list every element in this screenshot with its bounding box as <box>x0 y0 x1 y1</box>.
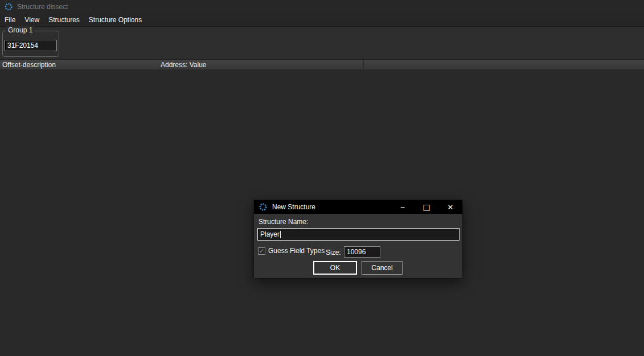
structure-dissect-window: Structure dissect File View Structures S… <box>0 0 644 356</box>
menu-structure-options[interactable]: Structure Options <box>84 14 146 26</box>
menu-file[interactable]: File <box>0 14 20 26</box>
column-offset-description[interactable]: Offset-description <box>0 60 158 69</box>
text-caret <box>280 231 281 238</box>
cancel-button-label: Cancel <box>371 264 392 272</box>
size-label: Size: <box>326 249 341 256</box>
structure-name-input[interactable]: Player <box>257 228 460 241</box>
dialog-body: Structure Name: Player ✓ Guess Field Typ… <box>254 214 462 278</box>
group-box: Group 1 <box>2 31 59 57</box>
menu-view[interactable]: View <box>20 14 44 26</box>
window-titlebar[interactable]: Structure dissect <box>0 0 644 14</box>
close-button[interactable]: ✕ <box>438 200 462 214</box>
group-address-input[interactable] <box>5 40 57 51</box>
guess-field-types-label: Guess Field Types <box>268 247 325 255</box>
structure-name-label: Structure Name: <box>259 218 308 226</box>
new-structure-dialog: New Structure ─ □ ✕ Structure Name: Play… <box>254 200 462 278</box>
minimize-button[interactable]: ─ <box>391 200 415 214</box>
maximize-icon: □ <box>423 203 430 211</box>
ok-button-label: OK <box>330 264 340 272</box>
menu-structures[interactable]: Structures <box>44 14 84 26</box>
column-address-value[interactable]: Address: Value <box>158 60 364 69</box>
structure-name-value: Player <box>260 230 280 238</box>
cancel-button[interactable]: Cancel <box>362 261 403 275</box>
menubar: File View Structures Structure Options <box>0 14 644 27</box>
size-input[interactable] <box>344 246 380 258</box>
checkbox-check-icon: ✓ <box>258 247 265 255</box>
guess-field-types-checkbox[interactable]: ✓ Guess Field Types <box>258 247 325 255</box>
ok-button[interactable]: OK <box>313 261 357 275</box>
cheat-engine-icon <box>4 2 13 11</box>
window-title: Structure dissect <box>17 3 68 11</box>
column-extra[interactable] <box>364 60 644 69</box>
cheat-engine-icon <box>259 202 268 212</box>
dialog-titlebar[interactable]: New Structure ─ □ ✕ <box>254 200 462 214</box>
close-icon: ✕ <box>448 204 454 211</box>
maximize-button[interactable]: □ <box>415 200 438 214</box>
minimize-icon: ─ <box>401 204 405 210</box>
list-header: Offset-description Address: Value <box>0 59 644 69</box>
toolbar: Group 1 <box>0 27 644 59</box>
dialog-title: New Structure <box>272 203 391 211</box>
group-label: Group 1 <box>6 26 35 34</box>
